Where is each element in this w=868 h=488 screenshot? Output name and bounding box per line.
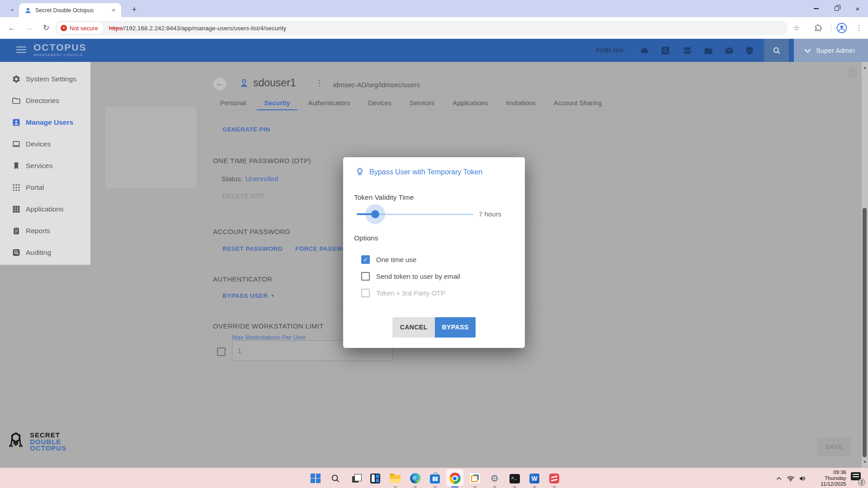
tray-chevron-up-icon[interactable] (773, 473, 785, 484)
terminal-icon[interactable]: >_ (505, 468, 524, 488)
sdo-red-app-icon[interactable] (544, 468, 564, 488)
help-icon[interactable]: ? (848, 68, 857, 77)
wifi-icon[interactable] (785, 473, 797, 484)
close-icon[interactable]: × (847, 0, 868, 17)
generate-pin-button[interactable]: GENERATE PIN (222, 126, 270, 133)
sidebar-item-auditing[interactable]: Auditing (0, 242, 90, 263)
bookmark-icon (12, 161, 21, 170)
folder-icon[interactable] (703, 46, 713, 56)
not-secure-chip[interactable]: ✕ Not secure (57, 22, 104, 34)
tab-authenticators[interactable]: Authenticators (301, 96, 357, 110)
sidebar-item-label: Directories (26, 97, 59, 105)
restore-icon[interactable] (826, 0, 847, 17)
override-limit-checkbox[interactable] (217, 347, 226, 356)
tab-title: Secret Double Octopus (35, 7, 109, 14)
checkbox-unchecked-icon[interactable] (361, 272, 370, 281)
search-document-icon[interactable] (660, 46, 670, 56)
vmware-icon[interactable] (465, 468, 485, 488)
publish-button[interactable]: PUBLISH (596, 39, 623, 62)
authenticator-heading: AUTHENTICATOR (213, 275, 272, 283)
scrollbar-thumb[interactable] (863, 208, 867, 457)
tab-services[interactable]: Services (402, 96, 442, 110)
sidebar-item-label: Applications (26, 205, 64, 213)
profile-avatar-icon[interactable] (836, 23, 847, 33)
save-button[interactable]: SAVE (817, 437, 851, 456)
notification-badge: 2 (858, 479, 865, 486)
hamburger-menu-icon[interactable] (16, 47, 26, 55)
tab-close-icon[interactable]: × (109, 6, 118, 14)
tab-invitations[interactable]: Invitations (499, 96, 543, 110)
store-icon[interactable] (425, 468, 445, 488)
dimmed-panel (105, 107, 197, 188)
page-scrollbar[interactable]: ▲ ▼ (862, 62, 868, 468)
tab-personal[interactable]: Personal (213, 96, 253, 110)
mail-icon[interactable] (724, 46, 734, 56)
sidebar-item-label: Services (26, 162, 52, 170)
user-icon (239, 78, 249, 88)
back-arrow-icon[interactable]: ← (6, 23, 17, 33)
status-value-link[interactable]: Unenrolled (245, 175, 278, 183)
volume-icon[interactable] (797, 473, 808, 484)
address-bar[interactable]: ✕ Not secure https//192.168.2.242:8443/a… (55, 21, 788, 35)
tab-devices[interactable]: Devices (361, 96, 399, 110)
scroll-down-icon[interactable]: ▼ (862, 460, 868, 464)
screen: ⌄ Secret Double Octopus × + × ← → ↻ ✕ No… (0, 0, 868, 488)
new-tab-button[interactable]: + (128, 4, 140, 16)
sidebar-item-services[interactable]: Services (0, 155, 90, 177)
user-badge-icon (12, 118, 21, 127)
tab-applications[interactable]: Applications (445, 96, 495, 110)
notification-center[interactable]: 2 (850, 468, 865, 488)
sidebar-item-manage-users[interactable]: Manage Users (0, 112, 90, 133)
reset-password-button[interactable]: RESET PASSWORD (222, 245, 283, 252)
bookmark-star-icon[interactable]: ☆ (791, 23, 802, 33)
tab-search-chevron-icon[interactable]: ⌄ (6, 4, 18, 14)
option-send-token-email[interactable]: Send token to user by email (361, 270, 460, 282)
user-tabs: Personal Security Authenticators Devices… (213, 96, 644, 111)
bypass-user-dropdown[interactable]: BYPASS USER▾ (222, 292, 274, 299)
chrome-icon[interactable] (445, 468, 465, 488)
edge-icon[interactable] (405, 468, 425, 488)
task-view-icon[interactable] (345, 468, 365, 488)
max-workstations-label: Max Workstations Per User (232, 334, 306, 341)
app-logo-title: OCTOPUS (33, 42, 86, 53)
cloud-icon[interactable] (639, 46, 649, 56)
tray-day: Thursday (811, 475, 846, 481)
checkbox-disabled-icon (361, 289, 370, 297)
user-menu[interactable]: Super Admin (794, 39, 868, 62)
widgets-icon[interactable] (365, 468, 385, 488)
windows-start-icon[interactable] (306, 468, 326, 488)
server-icon[interactable] (682, 46, 692, 56)
taskbar-search-icon[interactable] (326, 468, 345, 488)
delete-otp-button[interactable]: DELETE OTP (222, 192, 264, 200)
tab-security[interactable]: Security (257, 96, 297, 110)
back-button[interactable]: ← (213, 78, 226, 90)
word-icon[interactable]: W (524, 468, 544, 488)
caret-down-icon: ▾ (271, 293, 274, 299)
sidebar-item-reports[interactable]: Reports (0, 220, 90, 242)
shield-check-icon[interactable] (745, 46, 755, 56)
sidebar-item-system-settings[interactable]: System Settings (0, 68, 90, 90)
settings-gear-icon[interactable]: ⚙ (485, 468, 505, 488)
cancel-button[interactable]: CANCEL (392, 317, 435, 338)
sidebar-item-applications[interactable]: Applications (0, 198, 90, 220)
token-validity-slider[interactable] (357, 213, 473, 215)
browser-tab[interactable]: Secret Double Octopus × (19, 3, 121, 17)
kebab-menu-icon[interactable]: ⋮ (316, 78, 323, 88)
checkbox-checked-icon[interactable]: ✓ (361, 255, 370, 264)
reload-icon[interactable]: ↻ (41, 23, 52, 33)
option-one-time-use[interactable]: ✓ One time use (361, 253, 460, 266)
file-explorer-icon[interactable] (385, 468, 405, 488)
sidebar-item-portal[interactable]: Portal (0, 177, 90, 198)
browser-menu-icon[interactable]: ⋮ (854, 23, 864, 33)
forward-arrow-icon[interactable]: → (24, 23, 34, 33)
sidebar-item-devices[interactable]: Devices (0, 133, 90, 155)
tray-clock[interactable]: 09:36 Thursday 11/12/2025 (811, 469, 846, 487)
minimize-icon[interactable] (806, 0, 826, 17)
extensions-puzzle-icon[interactable] (813, 23, 824, 33)
sidebar-item-directories[interactable]: Directories (0, 90, 90, 112)
scroll-up-icon[interactable]: ▲ (862, 66, 868, 70)
bypass-button[interactable]: BYPASS (435, 317, 476, 338)
tab-favicon-person-icon (24, 7, 32, 14)
tab-account-sharing[interactable]: Account Sharing (547, 96, 609, 110)
header-search-button[interactable] (764, 39, 789, 62)
